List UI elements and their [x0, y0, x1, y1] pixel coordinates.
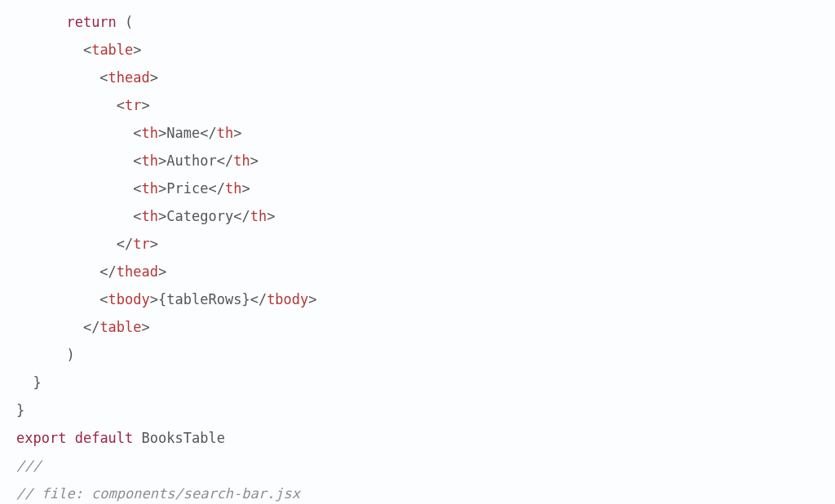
token-tag: tr	[125, 97, 141, 113]
token-tag: th	[225, 180, 241, 197]
token-tag: tr	[133, 236, 149, 252]
token-punct: <	[83, 42, 91, 58]
token-punct: </	[99, 263, 116, 280]
code-line: </table>	[16, 313, 819, 341]
token-punct: >	[150, 236, 158, 252]
token-punct: <	[117, 97, 125, 113]
token-kw: return	[66, 14, 116, 30]
token-punct: >	[233, 125, 241, 141]
token-punct: <	[99, 291, 108, 307]
token-punct: </	[217, 153, 233, 169]
token-punct: </	[250, 291, 267, 307]
token-plain	[66, 430, 74, 446]
token-punct: </	[208, 180, 224, 197]
token-punct: >	[150, 69, 158, 86]
code-line: <tbody>{tableRows}</tbody>	[16, 285, 819, 313]
token-comment: ///	[16, 458, 42, 474]
token-punct: </	[200, 125, 216, 141]
code-line: return (	[16, 8, 819, 36]
token-tag: thead	[108, 69, 150, 86]
token-tag: table	[99, 319, 141, 335]
token-punct: >	[158, 180, 166, 197]
token-plain: Price	[166, 180, 208, 197]
token-tag: th	[217, 125, 233, 141]
code-line: <th>Category</th>	[16, 202, 819, 230]
token-plain: Category	[166, 208, 233, 224]
token-plain: }	[33, 374, 41, 391]
token-punct: >	[142, 319, 150, 335]
code-line: <th>Author</th>	[16, 147, 819, 175]
code-line: </tr>	[16, 230, 819, 258]
token-tag: th	[233, 153, 250, 169]
token-punct: <	[133, 153, 141, 169]
code-line: )	[16, 341, 819, 369]
token-comment: // file: components/search-bar.jsx	[16, 485, 300, 502]
token-plain	[133, 430, 141, 446]
token-punct: >	[133, 42, 141, 58]
token-punct: >	[241, 180, 250, 197]
token-tag: table	[91, 42, 133, 58]
code-line: <th>Name</th>	[16, 119, 819, 147]
token-plain: )	[66, 347, 74, 363]
token-tag: th	[142, 153, 158, 169]
token-tag: th	[142, 208, 158, 224]
token-jsexpr: {tableRows}	[158, 291, 250, 307]
token-punct: >	[158, 208, 166, 224]
token-tag: th	[250, 208, 267, 224]
token-punct: <	[133, 180, 141, 197]
token-tag: thead	[117, 263, 158, 280]
code-line: }	[16, 369, 819, 396]
token-punct: >	[158, 125, 166, 141]
token-tag: th	[142, 125, 158, 141]
token-punct: </	[117, 236, 133, 252]
token-punct: </	[83, 319, 99, 335]
token-punct: >	[267, 208, 275, 224]
code-line: <table>	[16, 36, 819, 64]
token-kw: default	[75, 430, 134, 446]
token-punct: <	[99, 69, 108, 86]
code-line: ///	[16, 452, 819, 480]
code-line: <thead>	[16, 64, 819, 91]
token-punct: >	[158, 263, 166, 280]
code-line: <th>Price</th>	[16, 175, 819, 202]
token-punct: >	[250, 153, 258, 169]
token-plain: Author	[166, 153, 216, 169]
token-tag: th	[142, 180, 158, 197]
token-punct: >	[158, 153, 166, 169]
code-line: }	[16, 396, 819, 424]
token-punct: >	[142, 97, 150, 113]
token-tag: tbody	[108, 291, 150, 307]
code-line: // file: components/search-bar.jsx	[16, 480, 819, 504]
code-block: return ( <table> <thead> <tr> <th>Name</…	[16, 8, 819, 504]
token-plain: Name	[166, 125, 200, 141]
code-line: </thead>	[16, 258, 819, 285]
token-punct: </	[233, 208, 250, 224]
token-punct: <	[133, 125, 141, 141]
code-line: export default BooksTable	[16, 424, 819, 452]
token-kw: export	[16, 430, 66, 446]
token-plain: }	[16, 402, 24, 418]
token-punct: >	[308, 291, 316, 307]
token-plain: (	[117, 14, 133, 30]
token-punct: <	[133, 208, 141, 224]
code-line: <tr>	[16, 91, 819, 119]
token-ident: BooksTable	[142, 430, 225, 446]
token-tag: tbody	[267, 291, 308, 307]
token-punct: >	[150, 291, 158, 307]
